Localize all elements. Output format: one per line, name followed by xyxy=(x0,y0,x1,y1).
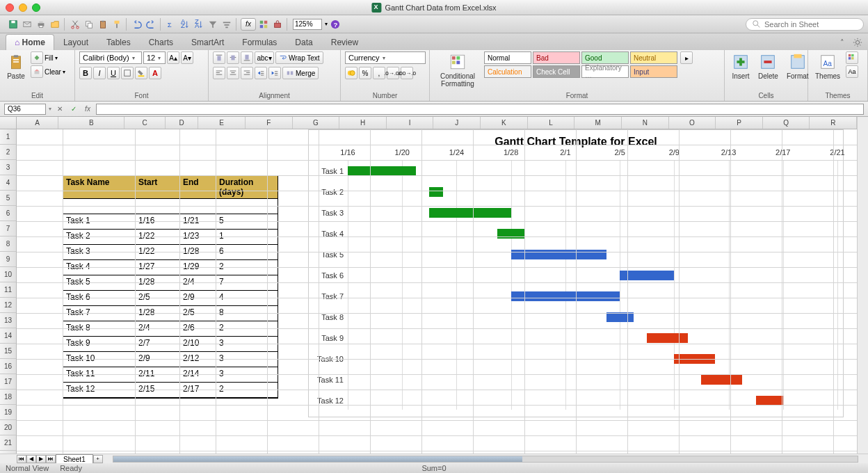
save-button[interactable] xyxy=(7,18,19,31)
fill-color-button[interactable] xyxy=(135,67,147,79)
open-button[interactable] xyxy=(49,18,61,31)
row-header-2[interactable]: 2 xyxy=(0,145,16,160)
name-box[interactable]: Q36 xyxy=(4,104,46,115)
insert-cells-button[interactable]: Insert xyxy=(729,51,753,81)
column-header-N[interactable]: N xyxy=(622,117,669,129)
number-format-combo[interactable]: Currency xyxy=(345,51,426,64)
themes-button[interactable]: AaThemes xyxy=(812,51,843,81)
theme-colors-button[interactable] xyxy=(846,51,858,64)
data-table[interactable]: Task NameStartEndDuration (days)Task 11/… xyxy=(63,175,278,399)
row-header-13[interactable]: 13 xyxy=(0,313,16,328)
column-header-G[interactable]: G xyxy=(293,117,340,129)
cell-style-explanatory-[interactable]: Explanatory … xyxy=(581,65,629,78)
column-header-L[interactable]: L xyxy=(528,117,575,129)
tab-review[interactable]: Review xyxy=(322,34,367,50)
ribbon-collapse-button[interactable]: ˄ xyxy=(840,38,849,47)
conditional-formatting-button[interactable]: Conditional Formatting xyxy=(434,51,481,89)
align-top-button[interactable] xyxy=(213,51,225,64)
gantt-bar-task-9[interactable] xyxy=(647,333,688,343)
row-header-1[interactable]: 1 xyxy=(0,129,16,145)
format-painter-button[interactable] xyxy=(111,18,123,31)
cell-style-good[interactable]: Good xyxy=(581,51,629,64)
tab-tables[interactable]: Tables xyxy=(97,34,140,50)
column-header-F[interactable]: F xyxy=(246,117,293,129)
search-input[interactable] xyxy=(764,20,858,29)
delete-cells-button[interactable]: Delete xyxy=(755,51,781,81)
theme-fonts-button[interactable]: Aa xyxy=(846,65,858,78)
cancel-formula-button[interactable]: ✕ xyxy=(54,104,65,115)
row-header-19[interactable]: 19 xyxy=(0,405,16,420)
decrease-decimal-button[interactable]: .00→.0 xyxy=(401,67,413,79)
column-header-K[interactable]: K xyxy=(481,117,528,129)
shrink-font-button[interactable]: A▾ xyxy=(181,51,193,64)
gantt-bar-task-8[interactable] xyxy=(606,312,634,322)
merge-button[interactable]: Merge xyxy=(282,67,319,79)
close-window-button[interactable] xyxy=(6,3,14,12)
copy-button[interactable] xyxy=(83,18,95,31)
bold-button[interactable]: B xyxy=(79,67,92,79)
column-header-A[interactable]: A xyxy=(17,117,58,129)
select-all-corner[interactable] xyxy=(0,117,17,129)
tab-layout[interactable]: Layout xyxy=(54,34,97,50)
cells-area[interactable]: Task NameStartEndDuration (days)Task 11/… xyxy=(17,129,857,454)
column-header-P[interactable]: P xyxy=(716,117,763,129)
cell-style-normal[interactable]: Normal xyxy=(484,51,531,64)
toggle-filter-button[interactable] xyxy=(220,18,233,31)
row-header-16[interactable]: 16 xyxy=(0,359,16,374)
sort-asc-button[interactable]: AZ xyxy=(179,18,191,31)
toolbox-button[interactable] xyxy=(271,18,284,31)
email-button[interactable] xyxy=(21,18,33,31)
gantt-bar-task-11[interactable] xyxy=(701,375,742,385)
percent-button[interactable]: % xyxy=(359,67,371,79)
row-header-5[interactable]: 5 xyxy=(0,191,16,206)
cell-style-neutral[interactable]: Neutral xyxy=(630,51,677,64)
column-headers[interactable]: ABCDEFGHIJKLMNOPQR xyxy=(17,117,857,129)
clear-button[interactable] xyxy=(31,65,43,78)
row-header-7[interactable]: 7 xyxy=(0,221,16,236)
formula-input[interactable] xyxy=(96,104,864,115)
row-header-6[interactable]: 6 xyxy=(0,206,16,221)
add-sheet-button[interactable]: + xyxy=(93,455,103,463)
fill-button[interactable] xyxy=(31,51,43,64)
underline-button[interactable]: U xyxy=(107,67,120,79)
sort-desc-button[interactable]: ZA xyxy=(193,18,205,31)
column-header-O[interactable]: O xyxy=(669,117,716,129)
wrap-text-button[interactable]: Wrap Text xyxy=(275,51,323,64)
redo-button[interactable] xyxy=(145,18,157,31)
gantt-bar-task-2[interactable] xyxy=(429,187,443,197)
tab-data[interactable]: Data xyxy=(286,34,321,50)
sheet-nav-first-button[interactable]: ⏮ xyxy=(17,455,26,463)
row-headers[interactable]: 123456789101112131415161718192021 xyxy=(0,129,17,454)
cell-style-check-cell[interactable]: Check Cell xyxy=(533,65,580,78)
row-header-11[interactable]: 11 xyxy=(0,282,16,298)
settings-gear-icon[interactable] xyxy=(853,38,862,47)
sheet-nav-last-button[interactable]: ⏭ xyxy=(46,455,56,463)
cell-style-bad[interactable]: Bad xyxy=(533,51,580,64)
row-header-4[interactable]: 4 xyxy=(0,175,16,191)
column-header-M[interactable]: M xyxy=(574,117,622,129)
cell-style-calculation[interactable]: Calculation xyxy=(484,65,531,78)
row-header-18[interactable]: 18 xyxy=(0,390,16,405)
vertical-scrollbar[interactable] xyxy=(857,117,868,454)
row-header-17[interactable]: 17 xyxy=(0,374,16,390)
style-gallery[interactable]: NormalBadGoodNeutralCalculationCheck Cel… xyxy=(484,51,677,78)
row-header-10[interactable]: 10 xyxy=(0,267,16,282)
column-header-B[interactable]: B xyxy=(58,117,124,129)
decrease-indent-button[interactable] xyxy=(255,67,267,79)
fx-button[interactable]: fx xyxy=(82,104,93,115)
row-header-21[interactable]: 21 xyxy=(0,435,16,451)
column-header-C[interactable]: C xyxy=(124,117,166,129)
style-gallery-more-button[interactable]: ▸ xyxy=(680,51,693,64)
zoom-window-button[interactable] xyxy=(32,3,40,12)
column-header-H[interactable]: H xyxy=(339,117,387,129)
minimize-window-button[interactable] xyxy=(19,3,27,12)
orientation-button[interactable]: abc▾ xyxy=(255,51,274,64)
align-center-button[interactable] xyxy=(227,67,239,79)
row-header-3[interactable]: 3 xyxy=(0,160,16,175)
align-middle-button[interactable] xyxy=(227,51,239,64)
sheet-nav-next-button[interactable]: ▶ xyxy=(36,455,46,463)
autosum-button[interactable]: Σ xyxy=(165,18,177,31)
row-header-14[interactable]: 14 xyxy=(0,328,16,344)
tab-home[interactable]: Home xyxy=(6,34,54,50)
show-formulas-button[interactable]: fx xyxy=(241,18,256,31)
